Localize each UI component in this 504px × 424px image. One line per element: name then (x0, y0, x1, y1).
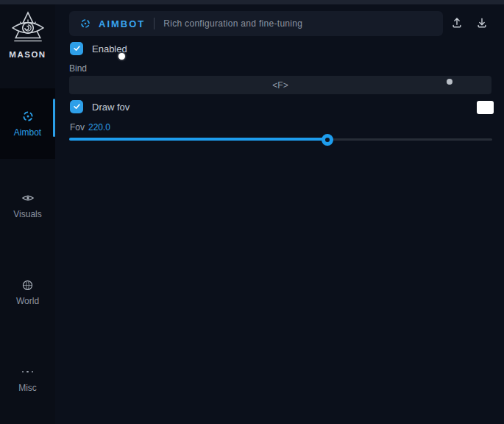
eye-icon (21, 191, 35, 205)
draw-fov-checkbox[interactable] (70, 100, 83, 113)
fov-label: Fov (70, 122, 85, 132)
globe-icon (21, 278, 34, 292)
sidebar-item-misc[interactable]: Misc (0, 359, 55, 399)
brand-name: MASON (9, 50, 46, 59)
page-header: AIMBOT Rich configuration and fine-tunin… (69, 11, 443, 36)
upload-icon (450, 16, 464, 32)
cursor-trail-dot (447, 79, 452, 85)
sidebar: MASON Aimbot Visuals (0, 4, 55, 424)
sidebar-item-world[interactable]: World (0, 272, 55, 312)
sidebar-item-label: Aimbot (14, 127, 41, 138)
crosshair-icon (79, 18, 91, 29)
mouse-cursor-dot (118, 53, 125, 60)
brand-logo: MASON (0, 10, 55, 59)
import-config-button[interactable] (472, 14, 491, 33)
fov-label-row: Fov220.0 (70, 122, 110, 132)
fov-color-swatch[interactable] (477, 101, 494, 114)
export-config-button[interactable] (447, 14, 466, 33)
crosshair-icon (21, 110, 35, 123)
draw-fov-label: Draw fov (92, 102, 129, 113)
enabled-checkbox[interactable] (70, 42, 83, 55)
draw-fov-row: Draw fov (70, 100, 129, 113)
mason-eye-pyramid-icon (10, 10, 46, 47)
check-icon (73, 42, 81, 55)
app-window: MASON Aimbot Visuals (0, 0, 504, 424)
sidebar-item-label: World (16, 296, 39, 306)
ellipsis-icon (22, 365, 34, 378)
sidebar-item-label: Visuals (13, 209, 41, 219)
sidebar-item-label: Misc (18, 383, 37, 393)
page-title: AIMBOT (99, 18, 145, 29)
bind-input[interactable]: <F> (69, 76, 491, 94)
fov-slider[interactable] (69, 134, 492, 146)
page-subtitle: Rich configuration and fine-tuning (163, 18, 302, 29)
main-panel: AIMBOT Rich configuration and fine-tunin… (55, 4, 504, 424)
fov-slider-fill (69, 138, 327, 141)
check-icon (73, 100, 81, 113)
header-divider (154, 18, 155, 29)
fov-slider-thumb[interactable] (322, 134, 333, 146)
bind-value: <F> (272, 80, 288, 91)
fov-value: 220.0 (88, 122, 110, 132)
sidebar-item-visuals[interactable]: Visuals (0, 186, 55, 225)
download-icon (475, 16, 489, 32)
enabled-row: Enabled (70, 42, 127, 55)
bind-label: Bind (69, 63, 87, 74)
sidebar-item-aimbot[interactable]: Aimbot (0, 88, 55, 159)
